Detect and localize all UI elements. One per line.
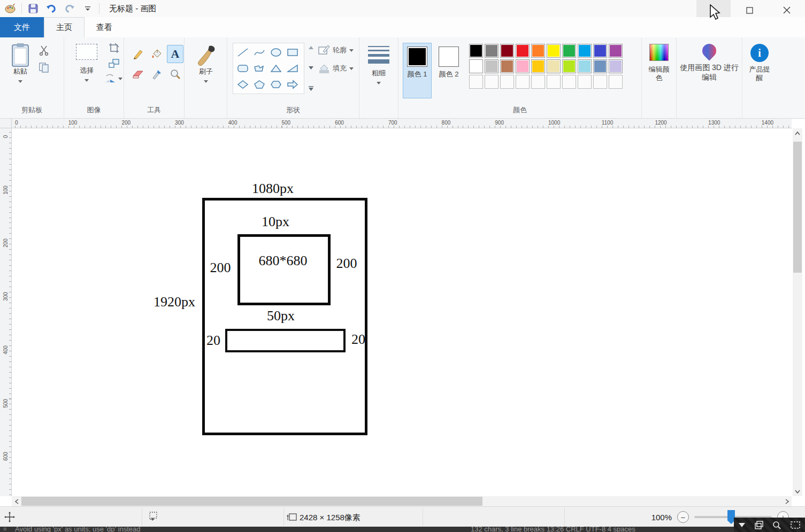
snip-magnifier-icon[interactable] [772, 521, 781, 529]
palette-swatch-empty[interactable] [500, 75, 514, 89]
paint-canvas[interactable]: 1080px 10px 200 680*680 200 1920px 50px … [12, 128, 792, 496]
color2-button[interactable]: 颜色 2 [436, 43, 462, 98]
palette-swatch[interactable] [562, 44, 576, 58]
status-bar: 2428 × 1258像素 100% − + [0, 506, 805, 527]
palette-swatch[interactable] [485, 59, 499, 73]
palette-swatch[interactable] [500, 59, 514, 73]
copy-icon[interactable] [39, 62, 49, 73]
vertical-scrollbar-thumb[interactable] [793, 142, 802, 273]
palette-swatch[interactable] [562, 59, 576, 73]
palette-swatch[interactable] [609, 59, 623, 73]
label-inner-gap: 10px [262, 214, 289, 230]
tab-home[interactable]: 主页 [44, 17, 85, 37]
palette-swatch[interactable] [531, 44, 545, 58]
palette-swatch[interactable] [578, 59, 592, 73]
palette-swatch[interactable] [578, 44, 592, 58]
ruler-number: 1200 [655, 120, 666, 126]
shapes-more-icon[interactable] [309, 86, 313, 91]
color-picker-tool[interactable] [148, 65, 165, 83]
color1-button[interactable]: 颜色 1 [403, 43, 432, 98]
shapes-scroll-down-icon[interactable] [309, 66, 313, 70]
shape-pentagon[interactable] [251, 76, 267, 92]
group-edit-colors: 编辑颜色 [642, 37, 677, 118]
scroll-down-icon[interactable] [793, 487, 802, 496]
palette-swatch[interactable] [547, 59, 561, 73]
shape-hexagon[interactable] [267, 76, 284, 92]
product-alerts-button[interactable]: i 产品提醒 [742, 44, 777, 83]
palette-swatch[interactable] [469, 44, 483, 58]
rotate-icon[interactable] [105, 74, 122, 83]
outline-button[interactable]: 轮廓 [318, 45, 354, 56]
select-button[interactable]: 选择 [72, 44, 102, 84]
palette-swatch[interactable] [500, 44, 514, 58]
palette-swatch[interactable] [516, 44, 530, 58]
snip-region-icon[interactable] [791, 521, 800, 529]
horizontal-scrollbar-thumb[interactable] [21, 497, 482, 506]
shape-rounded-rectangle[interactable] [234, 60, 251, 76]
scroll-left-icon[interactable] [12, 496, 21, 506]
shapes-scroll-up-icon[interactable] [309, 46, 313, 49]
shape-curve[interactable] [251, 44, 267, 60]
horizontal-scrollbar[interactable] [12, 496, 792, 506]
palette-swatch[interactable] [609, 44, 623, 58]
palette-swatch[interactable] [485, 44, 499, 58]
shape-diamond[interactable] [234, 76, 251, 92]
tab-view[interactable]: 查看 [85, 17, 124, 37]
eraser-tool[interactable] [129, 65, 146, 83]
edit-colors-button[interactable]: 编辑颜色 [642, 44, 676, 83]
palette-swatch-empty[interactable] [562, 75, 576, 89]
shape-rectangle[interactable] [284, 44, 301, 60]
fill-button[interactable]: 填充 [318, 63, 354, 74]
palette-swatch[interactable] [516, 59, 530, 73]
group-tools: A 工具 [124, 37, 185, 118]
zoom-out-button[interactable]: − [677, 511, 689, 523]
save-button[interactable] [26, 2, 40, 16]
fill-tool[interactable] [148, 45, 165, 63]
palette-swatch[interactable] [531, 59, 545, 73]
palette-swatch[interactable] [547, 44, 561, 58]
undo-button[interactable] [44, 2, 58, 16]
shape-line[interactable] [234, 44, 251, 60]
shape-triangle[interactable] [267, 60, 284, 76]
brushes-button[interactable]: 刷子 [190, 44, 222, 86]
vertical-scrollbar[interactable] [793, 128, 802, 496]
snip-windows-icon[interactable] [755, 521, 763, 529]
ruler-number: 400 [3, 342, 9, 358]
crop-icon[interactable] [109, 43, 119, 53]
snip-dropdown-icon[interactable] [739, 523, 745, 527]
image-size-value: 2428 × 1258像素 [300, 513, 361, 523]
mouse-cursor [709, 4, 722, 20]
shape-ellipse[interactable] [267, 44, 284, 60]
resize-icon[interactable] [109, 59, 119, 68]
palette-swatch-empty[interactable] [531, 75, 545, 89]
scroll-up-icon[interactable] [793, 128, 802, 138]
palette-swatch-empty[interactable] [578, 75, 592, 89]
pencil-tool[interactable] [129, 45, 146, 63]
shape-polygon[interactable] [251, 60, 267, 76]
palette-swatch[interactable] [469, 59, 483, 73]
scroll-right-icon[interactable] [782, 496, 792, 506]
palette-swatch-empty[interactable] [609, 75, 623, 89]
palette-swatch[interactable] [593, 44, 607, 58]
palette-swatch-empty[interactable] [593, 75, 607, 89]
brush-icon [190, 44, 222, 67]
magnifier-tool[interactable] [167, 65, 183, 83]
palette-swatch-empty[interactable] [485, 75, 499, 89]
shape-right-triangle[interactable] [284, 60, 301, 76]
palette-swatch-empty[interactable] [516, 75, 530, 89]
paste-button[interactable]: 粘贴 [6, 43, 34, 86]
text-tool[interactable]: A [167, 45, 183, 63]
drawn-bar-rectangle [225, 329, 346, 352]
size-button[interactable]: 粗细 [365, 45, 393, 87]
palette-swatch[interactable] [593, 59, 607, 73]
redo-button[interactable] [63, 2, 76, 16]
tab-file[interactable]: 文件 [0, 17, 44, 37]
label-outer-width: 1080px [252, 181, 294, 197]
palette-swatch-empty[interactable] [469, 75, 483, 89]
palette-swatch-empty[interactable] [547, 75, 561, 89]
qat-customize-button[interactable] [81, 2, 95, 16]
label-bar-left: 20 [206, 333, 220, 349]
paint3d-button[interactable]: 使用画图 3D 进行编辑 [677, 44, 742, 82]
cut-icon[interactable] [39, 45, 49, 56]
shape-arrow-right[interactable] [284, 76, 301, 92]
